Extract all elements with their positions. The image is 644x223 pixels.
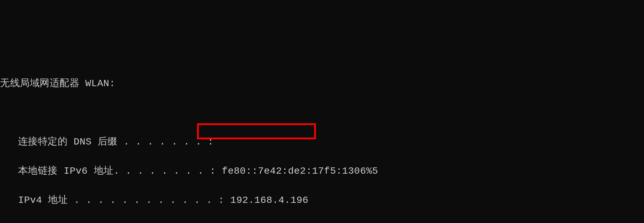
config-line: 连接特定的 DNS 后缀 . . . . . . . : <box>0 135 644 149</box>
field-value-ipv4: 192.168.4.196 <box>230 195 309 206</box>
field-label: 连接特定的 DNS 后缀 . . . . . . . : <box>0 137 214 147</box>
config-line: 本地链接 IPv6 地址. . . . . . . . : fe80::7e42… <box>0 164 644 179</box>
config-line: IPv4 地址 . . . . . . . . . . . . : 192.16… <box>0 193 644 208</box>
terminal-output: 无线局域网适配器 WLAN: 连接特定的 DNS 后缀 . . . . . . … <box>0 62 644 223</box>
blank-line <box>0 106 644 120</box>
field-label: IPv4 地址 . . . . . . . . . . . . : <box>0 195 230 206</box>
field-value-ipv6: fe80::7e42:de2:17f5:1306%5 <box>222 166 378 176</box>
adapter-header: 无线局域网适配器 WLAN: <box>0 76 644 91</box>
field-label: 本地链接 IPv6 地址. . . . . . . . : <box>0 166 222 176</box>
